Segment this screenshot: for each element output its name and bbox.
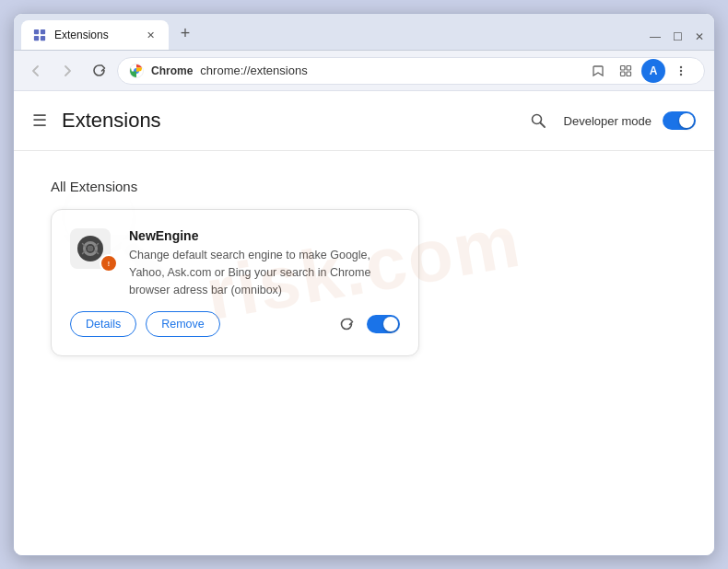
extensions-header: ☰ Extensions Developer mode bbox=[14, 91, 714, 151]
svg-rect-1 bbox=[41, 29, 45, 34]
svg-text:!: ! bbox=[108, 261, 110, 267]
svg-rect-2 bbox=[34, 36, 39, 41]
svg-point-12 bbox=[680, 73, 682, 75]
search-button[interactable] bbox=[523, 106, 553, 135]
extension-refresh-button[interactable] bbox=[335, 313, 358, 335]
svg-rect-3 bbox=[41, 36, 45, 41]
menu-icon[interactable] bbox=[669, 59, 693, 83]
page-content: ☰ Extensions Developer mode 🔍 risk.com A… bbox=[14, 91, 714, 555]
extension-name: NewEngine bbox=[129, 228, 400, 243]
address-bar[interactable]: Chrome chrome://extensions A bbox=[117, 57, 705, 85]
developer-mode-label: Developer mode bbox=[564, 114, 652, 128]
svg-rect-9 bbox=[627, 72, 631, 76]
extension-icon-wrap: ! bbox=[70, 228, 114, 273]
details-button[interactable]: Details bbox=[70, 311, 136, 337]
svg-line-14 bbox=[540, 123, 545, 128]
extensions-icon[interactable] bbox=[614, 59, 638, 83]
address-text: chrome://extensions bbox=[200, 64, 307, 77]
maximize-button[interactable]: ☐ bbox=[670, 29, 685, 44]
extension-enabled-toggle[interactable] bbox=[367, 315, 400, 333]
tab-favicon bbox=[32, 28, 47, 42]
forward-button[interactable] bbox=[54, 58, 80, 84]
extension-card: ! NewEngine Change default search engine… bbox=[51, 209, 419, 356]
minimize-button[interactable]: — bbox=[648, 29, 663, 44]
remove-button[interactable]: Remove bbox=[146, 311, 220, 337]
profile-icon[interactable]: A bbox=[641, 59, 665, 83]
chrome-brand-label: Chrome bbox=[151, 64, 193, 77]
hamburger-menu-button[interactable]: ☰ bbox=[32, 110, 47, 131]
refresh-button[interactable] bbox=[86, 58, 112, 84]
page-title: Extensions bbox=[62, 109, 161, 133]
extension-badge: ! bbox=[100, 254, 118, 273]
extension-description: Change default search engine to make Goo… bbox=[129, 247, 400, 298]
svg-rect-7 bbox=[627, 65, 631, 70]
svg-rect-6 bbox=[621, 65, 626, 70]
tab-close-button[interactable]: ✕ bbox=[143, 28, 158, 42]
address-bar-row: Chrome chrome://extensions A bbox=[14, 51, 714, 91]
active-tab[interactable]: Extensions ✕ bbox=[21, 20, 169, 50]
header-right-controls: Developer mode bbox=[523, 106, 696, 135]
window-controls: — ☐ ✕ bbox=[648, 29, 707, 44]
address-bar-icons: A bbox=[586, 59, 693, 83]
back-button[interactable] bbox=[23, 58, 49, 84]
extension-card-footer: Details Remove bbox=[70, 311, 400, 337]
section-title: All Extensions bbox=[51, 179, 677, 194]
extension-info: NewEngine Change default search engine t… bbox=[129, 228, 400, 298]
close-button[interactable]: ✕ bbox=[692, 29, 707, 44]
title-bar: Extensions ✕ + — ☐ ✕ bbox=[14, 14, 714, 51]
svg-rect-0 bbox=[34, 29, 39, 34]
extensions-body: 🔍 risk.com All Extensions bbox=[14, 151, 714, 384]
tab-title: Extensions bbox=[54, 29, 135, 41]
developer-mode-toggle[interactable] bbox=[663, 111, 696, 130]
svg-point-16 bbox=[88, 246, 93, 251]
svg-point-10 bbox=[680, 65, 682, 67]
svg-rect-8 bbox=[621, 72, 626, 76]
new-tab-button[interactable]: + bbox=[172, 20, 198, 46]
extension-footer-right bbox=[335, 313, 400, 335]
browser-window: Extensions ✕ + — ☐ ✕ bbox=[13, 13, 715, 556]
bookmark-icon[interactable] bbox=[586, 59, 610, 83]
extension-card-header: ! NewEngine Change default search engine… bbox=[70, 228, 400, 298]
svg-point-11 bbox=[680, 69, 682, 71]
